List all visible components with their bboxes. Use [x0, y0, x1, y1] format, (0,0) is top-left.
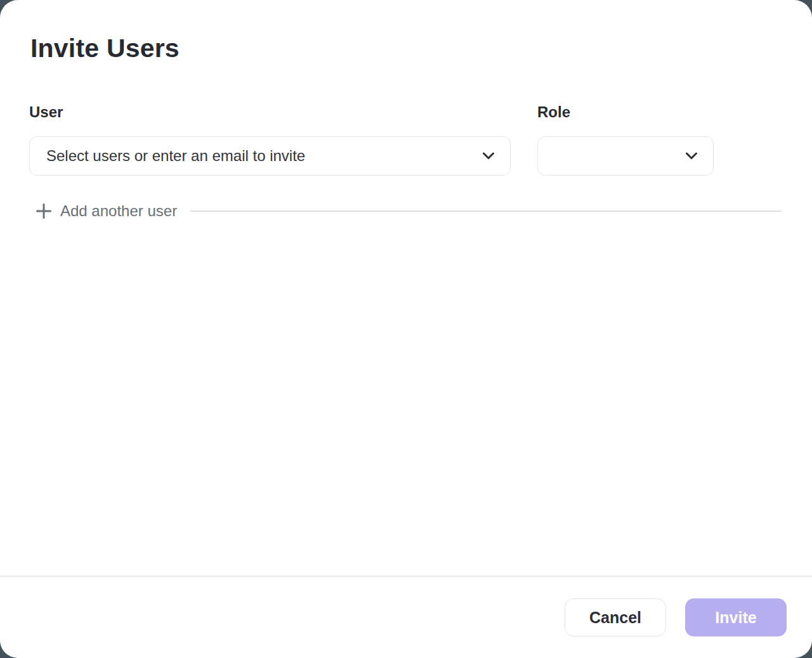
chevron-down-icon — [685, 152, 698, 160]
invite-button[interactable]: Invite — [685, 598, 787, 636]
user-select-placeholder: Select users or enter an email to invite — [46, 147, 482, 165]
add-another-user-button[interactable]: Add another user — [29, 201, 177, 221]
invite-form-row: User Select users or enter an email to i… — [29, 103, 782, 176]
modal-body: Invite Users User Select users or enter … — [0, 0, 812, 576]
user-select[interactable]: Select users or enter an email to invite — [29, 136, 511, 176]
add-user-divider — [190, 210, 782, 212]
add-another-user-row: Add another user — [29, 201, 782, 221]
add-another-user-label: Add another user — [60, 201, 177, 221]
user-field-label: User — [29, 103, 511, 122]
cancel-button[interactable]: Cancel — [565, 598, 666, 636]
invite-users-modal: Invite Users User Select users or enter … — [0, 0, 812, 658]
modal-footer: Cancel Invite — [0, 576, 812, 658]
role-field: Role — [537, 103, 714, 176]
user-field: User Select users or enter an email to i… — [29, 103, 511, 176]
role-select[interactable] — [537, 136, 714, 176]
role-field-label: Role — [537, 103, 714, 122]
chevron-down-icon — [482, 152, 495, 160]
modal-title: Invite Users — [30, 33, 782, 64]
plus-icon — [36, 203, 52, 219]
